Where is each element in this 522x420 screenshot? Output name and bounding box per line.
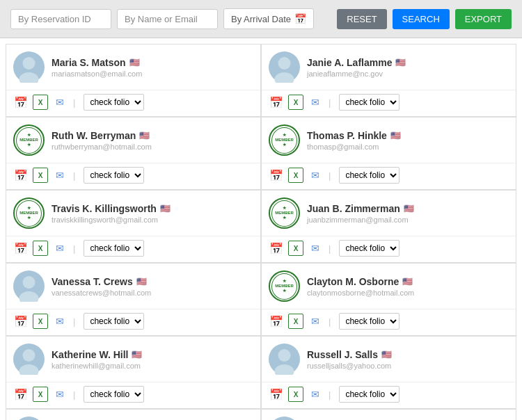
guest-actions: 📅 X ✉ | check folio	[6, 382, 260, 408]
guest-info: ★ MEMBER ★ Juan B. Zimmerman 🇺🇸 juanbzim…	[262, 191, 516, 232]
name-email-input[interactable]	[117, 9, 218, 29]
calendar-icon[interactable]: 📅	[269, 387, 284, 402]
guest-flag: 🇺🇸	[136, 277, 147, 286]
email-icon[interactable]: ✉	[52, 387, 68, 402]
folio-select[interactable]: check folio	[84, 167, 144, 184]
guest-email: mariasmatson@email.com	[52, 70, 253, 78]
email-icon[interactable]: ✉	[308, 387, 323, 402]
folio-select[interactable]: check folio	[84, 240, 144, 257]
guest-flag: 🇺🇸	[404, 204, 414, 213]
guest-name-text: Vanessa T. Crews	[52, 276, 133, 287]
guest-actions: 📅 X ✉ | check folio	[6, 309, 260, 335]
guest-details: Russell J. Salls 🇺🇸 russelljsalls@yahoo.…	[307, 349, 509, 370]
arrival-date-label: By Arrival Date	[231, 14, 291, 24]
folio-select[interactable]: check folio	[339, 313, 400, 330]
separator: |	[73, 316, 75, 327]
guest-details: Travis K. Killingsworth 🇺🇸 traviskkillin…	[52, 203, 253, 224]
calendar-icon[interactable]: 📅	[269, 95, 284, 110]
guest-name: Ruth W. Berryman 🇺🇸	[52, 130, 253, 141]
separator: |	[329, 97, 331, 108]
email-icon[interactable]: ✉	[52, 314, 68, 329]
guest-name-text: Juan B. Zimmerman	[307, 203, 400, 214]
excel-icon[interactable]: X	[33, 387, 48, 402]
guest-actions: 📅 X ✉ | check folio	[262, 90, 516, 116]
calendar-icon[interactable]: 📅	[269, 314, 284, 329]
avatar: ★ MEMBER ★	[269, 124, 300, 156]
search-button[interactable]: SEARCH	[393, 9, 450, 29]
excel-icon[interactable]: X	[288, 168, 303, 183]
avatar: ★ MEMBER ★	[269, 270, 300, 302]
folio-select[interactable]: check folio	[84, 313, 144, 330]
guest-flag: 🇺🇸	[395, 58, 406, 67]
reset-button[interactable]: RESET	[337, 9, 386, 29]
export-button[interactable]: EXPORT	[455, 9, 512, 29]
guest-name: Maria S. Matson 🇺🇸	[52, 57, 253, 68]
excel-icon[interactable]: X	[288, 387, 303, 402]
email-icon[interactable]: ✉	[52, 168, 68, 183]
guest-flag: 🇺🇸	[160, 204, 171, 213]
guest-name: Russell J. Salls 🇺🇸	[307, 349, 509, 360]
guest-info: ★ MEMBER ★ Ruth W. Berryman 🇺🇸 ruthwberr…	[6, 118, 260, 159]
guest-list: Maria S. Matson 🇺🇸 mariasmatson@email.co…	[0, 38, 522, 420]
email-icon[interactable]: ✉	[52, 95, 68, 110]
folio-select[interactable]: check folio	[84, 386, 144, 403]
guest-info: ★ MEMBER ★ Clayton M. Osborne 🇺🇸 clayton…	[262, 264, 516, 305]
guest-email: janieaflamme@nc.gov	[307, 70, 509, 78]
excel-icon[interactable]: X	[33, 95, 48, 110]
guest-flag: 🇺🇸	[402, 277, 413, 286]
folio-select[interactable]: check folio	[339, 240, 400, 257]
calendar-icon[interactable]: 📅	[13, 95, 29, 110]
folio-select[interactable]: check folio	[84, 94, 144, 111]
separator: |	[329, 243, 331, 254]
email-icon[interactable]: ✉	[308, 314, 323, 329]
guest-card: Katherine W. Hill 🇺🇸 katherinewhill@gmai…	[6, 336, 261, 409]
guest-details: Maria S. Matson 🇺🇸 mariasmatson@email.co…	[52, 57, 253, 78]
excel-icon[interactable]: X	[288, 95, 303, 110]
calendar-icon[interactable]: 📅	[13, 168, 29, 183]
calendar-icon[interactable]: 📅	[269, 168, 284, 183]
excel-icon[interactable]: X	[33, 241, 48, 256]
guest-card: Russell J. Salls 🇺🇸 russelljsalls@yahoo.…	[261, 336, 516, 409]
reservation-id-input[interactable]	[10, 9, 111, 29]
avatar	[13, 417, 45, 420]
calendar-icon[interactable]: 📅	[13, 241, 29, 256]
excel-icon[interactable]: X	[33, 168, 48, 183]
svg-point-10	[23, 349, 35, 362]
excel-icon[interactable]: X	[288, 314, 303, 329]
avatar	[269, 51, 300, 83]
email-icon[interactable]: ✉	[308, 241, 323, 256]
guest-details: Thomas P. Hinkle 🇺🇸 thomasp@gmail.com	[307, 130, 509, 151]
guest-email: thomasp@gmail.com	[307, 143, 509, 151]
avatar	[13, 344, 45, 375]
guest-name-text: Thomas P. Hinkle	[307, 130, 387, 141]
calendar-icon[interactable]: 📅	[269, 241, 284, 256]
arrival-date-button[interactable]: By Arrival Date 📅	[223, 8, 314, 29]
folio-select[interactable]: check folio	[339, 386, 400, 403]
svg-point-15	[13, 417, 45, 420]
excel-icon[interactable]: X	[288, 241, 303, 256]
avatar	[269, 417, 300, 420]
guest-email: russelljsalls@yahoo.com	[307, 362, 509, 370]
guest-details: Ruth W. Berryman 🇺🇸 ruthwberryman@hotmai…	[52, 130, 253, 151]
guest-actions: 📅 X ✉ | check folio	[262, 309, 516, 335]
email-icon[interactable]: ✉	[308, 95, 323, 110]
separator: |	[73, 243, 75, 254]
guest-actions: 📅 X ✉ | check folio	[6, 236, 260, 262]
guest-card: Joseph P. Byrd 🇺🇸 josephpbyrd@gmail.com …	[6, 409, 261, 420]
guest-name: Vanessa T. Crews 🇺🇸	[52, 276, 253, 287]
email-icon[interactable]: ✉	[308, 168, 323, 183]
calendar-icon[interactable]: 📅	[13, 387, 29, 402]
guest-name-text: Ruth W. Berryman	[52, 130, 136, 141]
guest-email: claytonmosborne@hotmail.com	[307, 289, 509, 297]
toolbar: By Arrival Date 📅 RESET SEARCH EXPORT	[0, 0, 522, 38]
guest-info: Joseph P. Byrd 🇺🇸 josephpbyrd@gmail.com	[6, 410, 260, 420]
excel-icon[interactable]: X	[33, 314, 48, 329]
guest-name-text: Russell J. Salls	[307, 349, 378, 360]
folio-select[interactable]: check folio	[339, 94, 400, 111]
separator: |	[73, 170, 75, 181]
guest-card: Maria S. Matson 🇺🇸 mariasmatson@email.co…	[6, 44, 261, 117]
calendar-icon[interactable]: 📅	[13, 314, 29, 329]
folio-select[interactable]: check folio	[339, 167, 400, 184]
svg-point-18	[269, 417, 300, 420]
email-icon[interactable]: ✉	[52, 241, 68, 256]
